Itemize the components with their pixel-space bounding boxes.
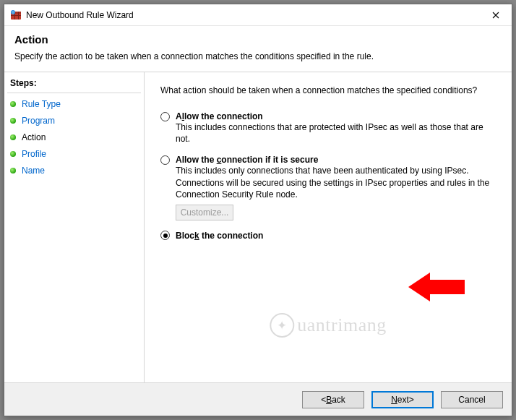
body-area: Steps: Rule TypeProgramActionProfileName… [4,72,512,382]
step-label: Name [22,166,45,176]
titlebar: New Outbound Rule Wizard [4,4,512,26]
wizard-window: New Outbound Rule Wizard Action Specify … [4,4,512,416]
option-radio-row-allow-secure[interactable]: Allow the connection if it is secure [160,155,497,165]
cancel-button[interactable]: Cancel [441,391,503,408]
close-button[interactable] [479,4,512,25]
watermark-icon: ✦ [270,313,294,338]
customize-button: Customize... [176,205,233,220]
step-bullet-icon [10,118,16,124]
watermark-text: uantrimang [297,314,386,336]
radio-allow-secure[interactable] [160,155,170,165]
steps-header: Steps: [4,77,144,91]
footer: < Back Next > Cancel [4,382,512,416]
step-rule-type[interactable]: Rule Type [4,96,144,113]
svg-marker-7 [408,273,465,301]
step-profile[interactable]: Profile [4,146,144,163]
option-desc-allow-secure: This includes only connections that have… [176,165,497,200]
steps-separator [7,93,141,93]
svg-point-6 [12,10,14,13]
option-label-allow: Allow the connection [176,111,263,121]
option-radio-row-block[interactable]: Block the connection [160,231,497,241]
radio-block[interactable] [160,231,170,240]
svg-rect-4 [18,12,19,20]
page-title: Action [14,33,502,46]
radio-allow[interactable] [160,112,170,121]
step-action[interactable]: Action [4,129,144,146]
back-button[interactable]: < Back [302,391,364,408]
window-title: New Outbound Rule Wizard [26,10,479,20]
header-area: Action Specify the action to be taken wh… [4,26,512,72]
step-bullet-icon [10,101,16,107]
content-panel: What action should be taken when a conne… [145,72,512,382]
steps-panel: Steps: Rule TypeProgramActionProfileName [4,72,145,382]
option-label-allow-secure: Allow the connection if it is secure [176,155,318,165]
step-label: Rule Type [22,99,61,109]
page-subtitle: Specify the action to be taken when a co… [14,51,502,61]
step-label: Profile [22,149,46,159]
question-text: What action should be taken when a conne… [160,85,497,95]
option-allow-secure: Allow the connection if it is secureThis… [160,155,497,220]
next-button[interactable]: Next > [371,391,434,408]
option-allow: Allow the connectionThis includes connec… [160,111,497,145]
annotation-arrow [408,271,466,305]
watermark: ✦ uantrimang [270,313,386,338]
firewall-icon [10,9,22,21]
option-label-block: Block the connection [176,231,263,241]
option-desc-allow: This includes connections that are prote… [176,121,497,145]
step-name[interactable]: Name [4,163,144,179]
step-label: Program [22,116,55,126]
step-program[interactable]: Program [4,113,144,129]
step-bullet-icon [10,134,16,140]
step-bullet-icon [10,151,16,157]
svg-rect-2 [11,15,21,16]
step-label: Action [22,132,46,142]
option-radio-row-allow[interactable]: Allow the connection [160,111,497,121]
step-bullet-icon [10,168,16,173]
option-block: Block the connection [160,231,497,241]
